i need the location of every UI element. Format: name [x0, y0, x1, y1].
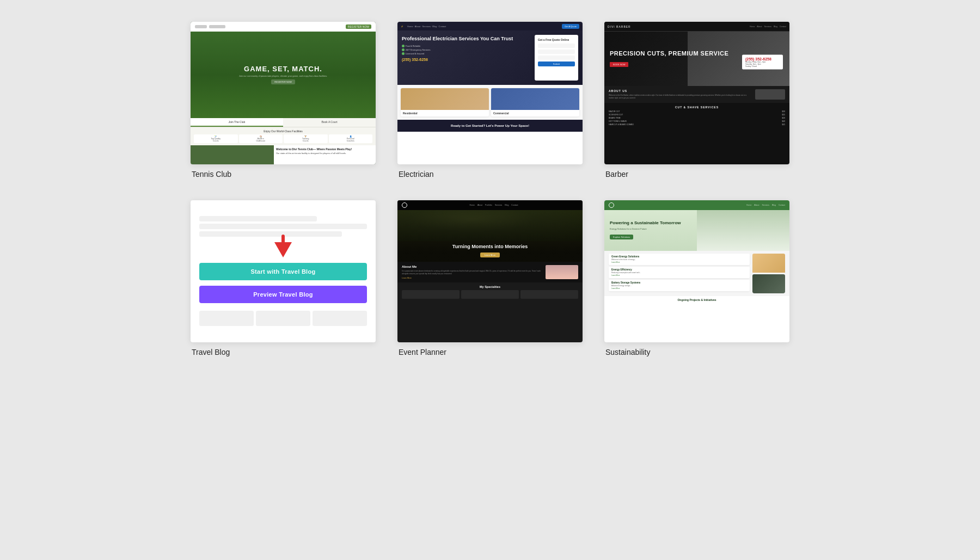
barber-phone: (255) 352-6258: [745, 57, 780, 61]
travel-preview-button[interactable]: Preview Travel Blog: [199, 286, 367, 303]
event-specialties: My Specialties: [397, 282, 583, 301]
barber-service-name-5: HAIRCUT & BEARD COMBO: [609, 124, 634, 126]
event-nav-about[interactable]: About: [477, 204, 482, 206]
sustain-nav-about[interactable]: About: [754, 204, 759, 206]
travel-blur-box-1: [199, 311, 254, 326]
tennis-nav: REGISTER NOW: [191, 22, 376, 32]
template-grid: REGISTER NOW GAME, SET, MATCH. Join our …: [191, 22, 789, 356]
sustain-sol-efficiency-title: Energy Efficiency: [611, 268, 747, 271]
event-nav-home[interactable]: Home: [470, 204, 475, 206]
elec-form-input-2[interactable]: [538, 50, 575, 54]
sustain-nav-items: Home About Services Blog Contact: [746, 204, 785, 206]
event-nav-blog[interactable]: Blog: [505, 204, 509, 206]
sustain-hero-sub: Energy Solutions for a Greener Future: [610, 227, 681, 230]
barber-hero: PRECISION CUTS, PREMIUM SERVICE BOOK NOW…: [604, 32, 789, 86]
barber-nav-services[interactable]: Services: [764, 26, 771, 28]
tennis-fac-item-2: 🏠ModernClubhouse: [239, 134, 283, 143]
event-nav-contact[interactable]: Contact: [511, 204, 518, 206]
tennis-tab-join[interactable]: Join The Club: [191, 118, 283, 127]
elec-phone: (255) 352-6258: [402, 58, 526, 61]
elec-hero-text: Professional Electrician Services You Ca…: [397, 30, 530, 85]
event-about-title: About Me: [402, 265, 542, 268]
card-barber[interactable]: DIVI BARBER Home About Services Blog Con…: [604, 22, 789, 179]
elec-nav-links: Home · About · Services · Blog · Contact: [407, 25, 446, 28]
elec-quote-form: Get a Free Quote Online Submit: [535, 35, 578, 81]
barber-hero-btn[interactable]: BOOK NOW: [610, 62, 628, 67]
tennis-bottom-image: [191, 145, 274, 164]
barber-service-price-4: $40: [782, 120, 785, 122]
card-travel-label: Travel Blog: [191, 348, 376, 356]
barber-phone-hours3: Sunday: Closed: [745, 65, 780, 67]
card-tennis-club[interactable]: REGISTER NOW GAME, SET, MATCH. Join our …: [191, 22, 376, 179]
sustain-sol-green-link[interactable]: Learn More: [611, 261, 747, 263]
sustain-sol-green-title: Green Energy Solutions: [611, 255, 747, 258]
sustain-sol-battery-link[interactable]: Learn More: [611, 287, 747, 290]
event-about-link[interactable]: Learn More: [402, 277, 542, 279]
tennis-hero-btn[interactable]: REGISTER NOW: [271, 79, 295, 84]
barber-phone-box: (255) 352-6258 Monday–Friday: 9am – 8pm …: [742, 55, 783, 70]
elec-feature-text-3: Licensed & Insured: [406, 52, 424, 55]
event-hero-content: Turning Moments into Memories Learn More: [397, 239, 583, 262]
barber-about-text: ABOUT US Welcome to the Divi Barber, whe…: [609, 89, 752, 100]
travel-blur-top: [199, 216, 367, 237]
sustain-nav-services[interactable]: Services: [762, 204, 769, 206]
elec-feature-2: 24/7 Emergency Services: [402, 48, 526, 51]
sustain-nav-contact[interactable]: Contact: [779, 204, 785, 206]
event-nav-logo: [402, 202, 407, 208]
travel-blur-row-3: [199, 231, 342, 237]
event-spec-item-2: [461, 290, 519, 299]
sustain-nav-logo: [609, 202, 614, 208]
sustain-sol-efficiency-link[interactable]: Learn More: [611, 274, 747, 276]
card-event-planner[interactable]: Home About Portfolio Services Blog Conta…: [397, 200, 583, 357]
sustain-hero: Powering a Sustainable Tomorrow Energy S…: [604, 210, 789, 251]
tennis-preview: REGISTER NOW GAME, SET, MATCH. Join our …: [191, 22, 376, 164]
tennis-bottom-title: Welcome to Divi Tennis Club— Where Passi…: [276, 147, 373, 151]
elec-form-title: Get a Free Quote Online: [538, 38, 575, 41]
elec-hero: Professional Electrician Services You Ca…: [397, 30, 583, 85]
event-nav-items: Home About Portfolio Services Blog Conta…: [470, 204, 518, 206]
barber-service-price-5: $45: [782, 124, 785, 126]
tennis-tab-book[interactable]: Book A Court: [283, 118, 376, 127]
event-about-text: About Me I'm a passionate event planner …: [402, 265, 542, 279]
sustain-nav-home[interactable]: Home: [746, 204, 751, 206]
sustain-sol-img-wind: [752, 274, 785, 293]
elec-form-submit[interactable]: Submit: [538, 61, 575, 66]
barber-service-price-2: $35: [782, 114, 785, 116]
sustain-hero-title: Powering a Sustainable Tomorrow: [610, 220, 681, 226]
barber-nav-contact[interactable]: Contact: [780, 26, 786, 28]
sustain-windmill-image: [697, 210, 789, 251]
event-hero: Turning Moments into Memories Learn More: [397, 210, 583, 262]
sustain-nav-blog[interactable]: Blog: [772, 204, 776, 206]
tennis-nav-cta[interactable]: REGISTER NOW: [346, 24, 371, 29]
event-hero-btn[interactable]: Learn More: [480, 253, 500, 257]
elec-service-label-commercial: Commercial: [491, 110, 579, 116]
barber-nav-blog[interactable]: Blog: [774, 26, 777, 28]
elec-nav-btn[interactable]: Get A Quote: [562, 24, 579, 29]
sustain-sol-green: Green Energy Solutions Welcome to the fu…: [609, 254, 750, 265]
barber-nav-about[interactable]: About: [757, 26, 762, 28]
sustain-hero-btn[interactable]: Explore Solutions: [610, 235, 633, 239]
card-sustainability[interactable]: Home About Services Blog Contact Powerin…: [604, 200, 789, 357]
elec-feature-text-1: Fast & Reliable: [406, 45, 420, 47]
event-spec-title: My Specialties: [402, 285, 578, 288]
barber-nav-home[interactable]: Home: [750, 26, 755, 28]
barber-service-row-5: HAIRCUT & BEARD COMBO $45: [609, 124, 785, 126]
elec-form-input-3[interactable]: [538, 56, 575, 60]
tennis-hero-sub: Join our community of passionate players…: [239, 75, 328, 77]
travel-blur-box-3: [313, 311, 367, 326]
elec-form-input-1[interactable]: [538, 44, 575, 48]
event-nav-portfolio[interactable]: Portfolio: [485, 204, 492, 206]
sustain-sol-list: Green Energy Solutions Welcome to the fu…: [609, 254, 750, 293]
barber-service-name-1: RAZOR CUT: [609, 110, 620, 113]
barber-service-row-1: RAZOR CUT $30: [609, 110, 785, 113]
event-nav-services[interactable]: Services: [495, 204, 502, 206]
elec-service-label-residential: Residential: [401, 110, 489, 116]
card-electrician[interactable]: ⚡ Home · About · Services · Blog · Conta…: [397, 22, 583, 179]
event-spec-item-1: [402, 290, 460, 299]
barber-service-price-3: $20: [782, 117, 785, 119]
barber-service-row-2: SCISSORS CUT $35: [609, 114, 785, 116]
travel-start-button[interactable]: Start with Travel Blog: [199, 263, 367, 280]
card-travel-blog[interactable]: Start with Travel Blog Preview Travel Bl…: [191, 200, 376, 357]
sustain-sol-battery-desc: Advanced energy storage...: [611, 285, 747, 287]
elec-service-img-commercial: [491, 88, 579, 110]
